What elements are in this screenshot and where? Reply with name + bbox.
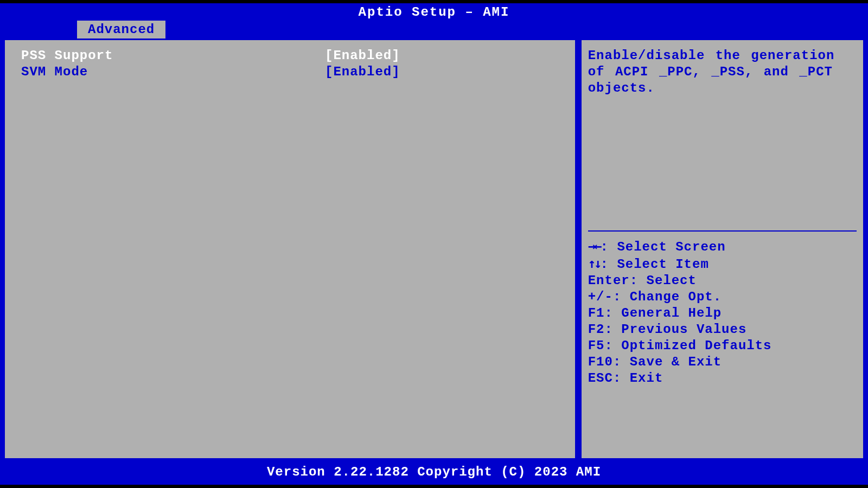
key-esc: ESC: Exit — [588, 370, 857, 387]
footer-text: Version 2.22.1282 Copyright (C) 2023 AMI — [267, 465, 601, 479]
key-f1: F1: General Help — [588, 305, 857, 322]
key-f2: F2: Previous Values — [588, 322, 857, 338]
spacer — [588, 97, 857, 224]
key-f5: F5: Optimized Defaults — [588, 338, 857, 354]
tab-bar: Advanced — [0, 21, 868, 38]
screen-border-bottom — [0, 485, 868, 488]
option-value: [Enabled] — [325, 48, 559, 64]
option-value: [Enabled] — [325, 64, 559, 80]
key-text: : Select Screen — [601, 240, 726, 254]
key-select-screen: →←: Select Screen — [588, 238, 857, 255]
divider — [588, 230, 857, 232]
help-text: Enable/disable the generation of ACPI _P… — [588, 48, 857, 97]
option-label: PSS Support — [21, 48, 325, 64]
arrows-left-right-icon: →← — [588, 238, 601, 254]
page-title: Aptio Setup – AMI — [0, 3, 868, 21]
key-enter: Enter: Select — [588, 273, 857, 289]
key-legend: →←: Select Screen ↑↓: Select Item Enter:… — [588, 238, 857, 387]
tab-label: Advanced — [88, 22, 155, 37]
arrows-up-down-icon: ↑↓ — [588, 255, 601, 272]
help-panel: Enable/disable the generation of ACPI _P… — [580, 38, 865, 460]
key-f10: F10: Save & Exit — [588, 354, 857, 370]
option-svm-mode[interactable]: SVM Mode [Enabled] — [21, 64, 559, 80]
option-label: SVM Mode — [21, 64, 325, 80]
key-select-item: ↑↓: Select Item — [588, 255, 857, 273]
key-text: : Select Item — [601, 257, 709, 272]
footer: Version 2.22.1282 Copyright (C) 2023 AMI — [0, 463, 868, 485]
options-panel[interactable]: PSS Support [Enabled] SVM Mode [Enabled] — [3, 38, 577, 460]
option-pss-support[interactable]: PSS Support [Enabled] — [21, 48, 559, 64]
main-body: PSS Support [Enabled] SVM Mode [Enabled]… — [0, 38, 868, 463]
title-text: Aptio Setup – AMI — [359, 5, 510, 20]
key-change-opt: +/-: Change Opt. — [588, 289, 857, 305]
tab-advanced[interactable]: Advanced — [76, 20, 167, 38]
